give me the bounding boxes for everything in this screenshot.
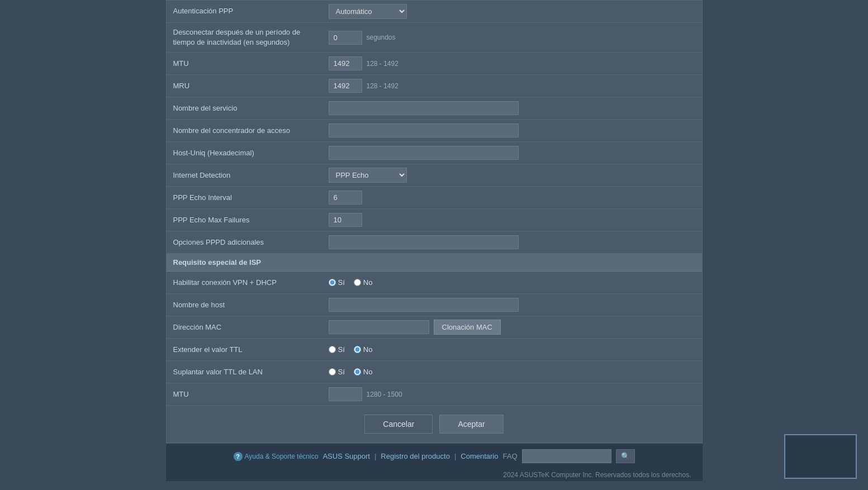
label-nombre-concentrador: Nombre del concentrador de acceso: [167, 121, 323, 140]
radio-group-vpn-dhcp: Sí No: [329, 278, 373, 287]
radio-item-no-vpn: No: [354, 278, 373, 287]
radio-item-no-suplantar: No: [354, 368, 373, 376]
control-nombre-servicio: [323, 98, 702, 118]
row-nombre-servicio: Nombre del servicio: [167, 97, 702, 120]
help-icon[interactable]: ?: [234, 452, 243, 461]
control-mru: 128 - 1492: [323, 75, 702, 96]
support-label[interactable]: Ayuda & Soporte técnico: [245, 453, 319, 460]
hint-mtu: 128 - 1492: [367, 60, 399, 68]
label-opciones-pppd: Opciones PPPD adicionales: [167, 233, 323, 252]
suffix-desconectar: segundos: [367, 34, 396, 41]
row-direccion-mac: Dirección MAC Clonación MAC: [167, 316, 702, 339]
label-ppp-echo-interval: PPP Echo Interval: [167, 188, 323, 207]
label-host-uniq: Host-Uniq (Hexadecimal): [167, 144, 323, 163]
clone-mac-button[interactable]: Clonación MAC: [434, 320, 501, 335]
radio-label-si-vpn: Sí: [338, 278, 345, 287]
control-suplantar-ttl: Sí No: [323, 364, 702, 379]
radio-si-suplantar[interactable]: [329, 368, 336, 375]
control-host-uniq: [323, 142, 702, 163]
row-ppp-echo-max: PPP Echo Max Failures: [167, 209, 702, 231]
radio-no-suplantar[interactable]: [354, 368, 361, 375]
control-autenticacion-ppp: Automático PAP CHAP MS-CHAP: [323, 1, 702, 22]
footer-search-button[interactable]: 🔍: [616, 449, 635, 463]
control-ppp-echo-interval: [323, 187, 702, 208]
label-internet-detection: Internet Detection: [167, 166, 323, 185]
hint-mtu-isp: 1280 - 1500: [367, 391, 402, 398]
footer-link-asus-support[interactable]: ASUS Support: [322, 452, 370, 460]
label-vpn-dhcp: Habilitar conexión VPN + DHCP: [167, 273, 323, 292]
input-opciones-pppd[interactable]: [329, 235, 519, 249]
input-direccion-mac[interactable]: [329, 320, 429, 334]
control-internet-detection: PPP Echo DNS Probe HTTP Probe: [323, 164, 702, 186]
radio-label-si-extender: Sí: [338, 345, 345, 354]
footer-link-registro[interactable]: Registro del producto: [381, 452, 450, 460]
accept-button[interactable]: Aceptar: [439, 415, 503, 434]
label-extender-ttl: Extender el valor TTL: [167, 340, 323, 359]
isp-section-header: Requisito especial de ISP: [167, 254, 702, 272]
row-extender-ttl: Extender el valor TTL Sí No: [167, 339, 702, 361]
control-direccion-mac: Clonación MAC: [323, 316, 702, 338]
control-nombre-host: [323, 294, 702, 315]
input-desconectar[interactable]: [329, 31, 362, 45]
label-mtu: MTU: [167, 54, 323, 73]
control-vpn-dhcp: Sí No: [323, 275, 702, 290]
label-mru: MRU: [167, 77, 323, 96]
label-nombre-servicio: Nombre del servicio: [167, 99, 323, 118]
footer: ? Ayuda & Soporte técnico ASUS Support |…: [166, 443, 703, 469]
row-opciones-pppd: Opciones PPPD adicionales: [167, 231, 702, 254]
label-desconectar: Desconectar después de un período de tie…: [167, 23, 323, 52]
divider-2: |: [454, 452, 456, 460]
select-internet-detection[interactable]: PPP Echo DNS Probe HTTP Probe: [329, 168, 407, 183]
radio-group-suplantar-ttl: Sí No: [329, 368, 373, 376]
input-mtu[interactable]: [329, 56, 362, 70]
divider-1: |: [374, 452, 376, 460]
cancel-button[interactable]: Cancelar: [364, 415, 433, 434]
control-nombre-concentrador: [323, 120, 702, 141]
row-mru: MRU 128 - 1492: [167, 75, 702, 97]
radio-si-vpn[interactable]: [329, 279, 336, 286]
label-ppp-echo-max: PPP Echo Max Failures: [167, 211, 323, 230]
footer-faq: FAQ: [502, 452, 517, 460]
thumbnail-preview: [784, 434, 857, 479]
input-mtu-isp[interactable]: [329, 387, 362, 401]
hint-mru: 128 - 1492: [367, 82, 399, 90]
input-mru[interactable]: [329, 79, 362, 93]
control-extender-ttl: Sí No: [323, 342, 702, 357]
footer-search-input[interactable]: [522, 449, 611, 463]
radio-label-no-suplantar: No: [363, 368, 373, 376]
footer-support: ? Ayuda & Soporte técnico: [234, 452, 319, 461]
label-autenticacion-ppp: Autenticación PPP: [167, 2, 323, 21]
row-vpn-dhcp: Habilitar conexión VPN + DHCP Sí No: [167, 272, 702, 294]
row-host-uniq: Host-Uniq (Hexadecimal): [167, 142, 702, 164]
input-nombre-servicio[interactable]: [329, 101, 519, 115]
row-desconectar: Desconectar después de un período de tie…: [167, 23, 702, 53]
radio-no-extender[interactable]: [354, 346, 361, 353]
row-nombre-host: Nombre de host: [167, 294, 702, 316]
radio-item-no-extender: No: [354, 345, 373, 354]
row-suplantar-ttl: Suplantar valor TTL de LAN Sí No: [167, 361, 702, 383]
radio-group-extender-ttl: Sí No: [329, 345, 373, 354]
radio-item-si-vpn: Sí: [329, 278, 345, 287]
input-nombre-host[interactable]: [329, 298, 519, 312]
radio-si-extender[interactable]: [329, 346, 336, 353]
label-nombre-host: Nombre de host: [167, 296, 323, 315]
select-autenticacion-ppp[interactable]: Automático PAP CHAP MS-CHAP: [329, 4, 407, 19]
radio-no-vpn[interactable]: [354, 279, 361, 286]
row-nombre-concentrador: Nombre del concentrador de acceso: [167, 120, 702, 142]
row-mtu-isp: MTU 1280 - 1500: [167, 383, 702, 406]
footer-link-comentario[interactable]: Comentario: [461, 452, 498, 460]
control-mtu: 128 - 1492: [323, 53, 702, 74]
input-ppp-echo-max[interactable]: [329, 213, 362, 227]
label-suplantar-ttl: Suplantar valor TTL de LAN: [167, 363, 323, 382]
input-host-uniq[interactable]: [329, 146, 519, 160]
radio-label-si-suplantar: Sí: [338, 368, 345, 376]
control-mtu-isp: 1280 - 1500: [323, 384, 702, 405]
input-nombre-concentrador[interactable]: [329, 123, 519, 137]
radio-label-no-extender: No: [363, 345, 373, 354]
control-ppp-echo-max: [323, 210, 702, 230]
input-ppp-echo-interval[interactable]: [329, 191, 362, 204]
radio-item-si-extender: Sí: [329, 345, 345, 354]
row-internet-detection: Internet Detection PPP Echo DNS Probe HT…: [167, 164, 702, 187]
row-autenticacion-ppp: Autenticación PPP Automático PAP CHAP MS…: [167, 1, 702, 23]
control-opciones-pppd: [323, 232, 702, 253]
